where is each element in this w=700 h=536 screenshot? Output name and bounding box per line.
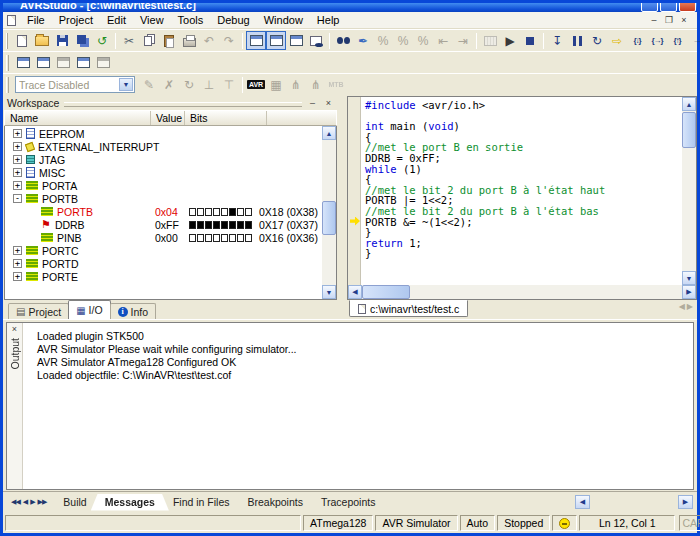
mdi-restore-button[interactable]: ❐	[662, 14, 676, 26]
toggle-workspace-window-button[interactable]	[246, 31, 266, 50]
next-tab-icon[interactable]: ▶	[30, 498, 34, 506]
menu-help[interactable]: Help	[310, 13, 347, 27]
tab-io[interactable]: ▦I/O	[68, 300, 110, 319]
expand-icon[interactable]: +	[13, 155, 22, 164]
trace-start-button[interactable]: ⊥	[199, 75, 219, 94]
trace-mode-dropdown[interactable]: Trace Disabled ▼	[15, 76, 135, 93]
register-window-button[interactable]	[53, 53, 73, 72]
trace-clear-button[interactable]: ✗	[159, 75, 179, 94]
cut-button[interactable]: ✂	[119, 31, 139, 50]
scroll-down-icon[interactable]: ▼	[682, 271, 696, 285]
step-out-button[interactable]: {↑}	[667, 31, 687, 50]
tree-item-misc[interactable]: +MISC	[5, 166, 322, 179]
tree-item-porta[interactable]: +PORTA	[5, 179, 322, 192]
copy-button[interactable]	[139, 31, 159, 50]
bit-checkbox[interactable]	[205, 208, 212, 216]
trace-loop-button[interactable]: ↻	[179, 75, 199, 94]
scroll-track[interactable]	[682, 111, 696, 271]
bit-checkbox[interactable]	[221, 234, 228, 242]
scroll-right-icon[interactable]: ▶	[678, 495, 693, 509]
scroll-thumb[interactable]	[362, 285, 410, 299]
show-next-statement-button[interactable]: ⇨	[607, 31, 627, 50]
outdent-button[interactable]: ⇤	[433, 31, 453, 50]
bit-checkbox[interactable]	[245, 234, 252, 242]
expand-icon[interactable]: +	[13, 259, 22, 268]
tab-scroll-right-icon[interactable]: ▶	[687, 302, 693, 311]
mtb-trace-button[interactable]: MTB	[326, 75, 346, 94]
tab-messages[interactable]: Messages	[91, 494, 169, 511]
avr-device-button[interactable]: AVR	[246, 75, 266, 94]
prev-tab-icon[interactable]: ◀	[23, 498, 27, 506]
bit-checkbox[interactable]	[189, 221, 196, 229]
tree-item-portb[interactable]: -PORTB	[5, 192, 322, 205]
bit-checkbox[interactable]	[237, 234, 244, 242]
tabstrip-scrollbar[interactable]: ◀ ▶	[575, 495, 693, 509]
workspace-drag-handle[interactable]	[64, 102, 302, 107]
scroll-up-icon[interactable]: ▲	[682, 97, 696, 111]
bit-checkbox[interactable]	[197, 234, 204, 242]
output-close-icon[interactable]: ×	[9, 324, 20, 335]
register-row-portb[interactable]: PORTB0x040X18 (0X38)	[5, 205, 322, 218]
expand-icon[interactable]: +	[13, 168, 22, 177]
tab-find-in-files[interactable]: Find in Files	[159, 494, 244, 511]
scroll-down-icon[interactable]: ▼	[322, 285, 336, 299]
mdi-minimize-button[interactable]: –	[647, 14, 661, 26]
run-button[interactable]: ▶	[500, 31, 520, 50]
tab-scroll-left-icon[interactable]: ◀	[679, 302, 685, 311]
scroll-left-icon[interactable]: ◀	[575, 495, 590, 509]
watch-window-button[interactable]	[33, 53, 53, 72]
toolbar-grip[interactable]	[6, 55, 9, 71]
minimize-button[interactable]	[641, 3, 658, 12]
menu-file[interactable]: File	[20, 13, 52, 27]
code-editor[interactable]: #include <avr/io.h> int main (void){//me…	[347, 96, 697, 300]
source-code[interactable]: #include <avr/io.h> int main (void){//me…	[361, 97, 682, 285]
register-row-ddrb[interactable]: ⚑DDRB0xFF0X17 (0X37)	[5, 218, 322, 231]
menu-project[interactable]: Project	[52, 13, 100, 27]
memory-window-button[interactable]	[93, 53, 113, 72]
paste-button[interactable]	[159, 31, 179, 50]
tree-item-eeprom[interactable]: +EEPROM	[5, 127, 322, 140]
bit-checkbox[interactable]	[221, 208, 228, 216]
new-file-button[interactable]	[12, 31, 32, 50]
menu-window[interactable]: Window	[257, 13, 310, 27]
scroll-thumb[interactable]	[322, 201, 336, 235]
menu-edit[interactable]: Edit	[100, 13, 133, 27]
bit-checkbox[interactable]	[245, 208, 252, 216]
disassembler-window-button[interactable]	[73, 53, 93, 72]
title-bar[interactable]: AVRStudio - [c:\winavr\test\test.c]	[3, 3, 697, 12]
tree-vertical-scrollbar[interactable]: ▲ ▼	[322, 126, 336, 299]
scroll-track[interactable]	[322, 140, 336, 285]
column-header-value[interactable]: Value	[151, 111, 185, 125]
tree-item-portd[interactable]: +PORTD	[5, 257, 322, 270]
logic-probe-a-button[interactable]: ⋔	[286, 75, 306, 94]
bit-checkbox[interactable]	[229, 221, 236, 229]
step-into-button[interactable]: {↓}	[627, 31, 647, 50]
edit-pen-button[interactable]: ✒	[353, 31, 373, 50]
tab-info[interactable]: iInfo	[110, 303, 157, 319]
scroll-up-icon[interactable]: ▲	[322, 126, 336, 140]
reload-objectfile-button[interactable]: ↺	[92, 31, 112, 50]
expand-icon[interactable]: +	[13, 272, 22, 281]
logic-probe-b-button[interactable]: ⋔	[306, 75, 326, 94]
bookmark-next-button[interactable]: %	[393, 31, 413, 50]
maximize-button[interactable]	[660, 3, 677, 12]
collapse-icon[interactable]: -	[13, 194, 22, 203]
save-file-button[interactable]	[52, 31, 72, 50]
tree-item-jtag[interactable]: +JTAG	[5, 153, 322, 166]
bit-checkbox[interactable]	[213, 208, 220, 216]
tree-item-porte[interactable]: +PORTE	[5, 270, 322, 283]
undo-button[interactable]: ↶	[199, 31, 219, 50]
scroll-thumb[interactable]	[682, 112, 696, 148]
bookmark-toggle-button[interactable]: %	[373, 31, 393, 50]
bit-checkbox[interactable]	[189, 208, 196, 216]
open-file-button[interactable]	[32, 31, 52, 50]
bit-checkbox[interactable]	[229, 234, 236, 242]
column-header-name[interactable]: Name	[5, 111, 151, 125]
scroll-left-icon[interactable]: ◀	[348, 285, 362, 299]
menu-tools[interactable]: Tools	[171, 13, 211, 27]
build-button[interactable]	[480, 31, 500, 50]
menu-view[interactable]: View	[133, 13, 171, 27]
indent-button[interactable]: ⇥	[453, 31, 473, 50]
editor-horizontal-scrollbar[interactable]: ◀ ▶	[348, 285, 696, 299]
close-button[interactable]	[679, 3, 696, 12]
